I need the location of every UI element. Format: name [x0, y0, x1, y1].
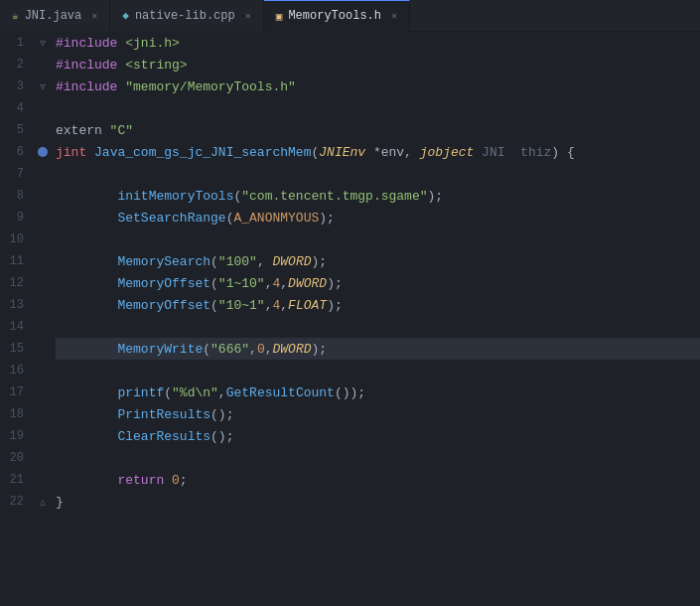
line-indicator-6: [34, 147, 52, 157]
line-row-6: 6: [0, 141, 52, 163]
line-indicator-1: ▽: [34, 38, 52, 49]
line-row-19: 19: [0, 425, 52, 447]
tab-memory-tools[interactable]: ▣ MemoryTools.h ✕: [264, 0, 410, 32]
tab-bar: ☕ JNI.java ✕ ◆ native-lib.cpp ✕ ▣ Memory…: [0, 0, 700, 32]
code-line-22: }: [56, 491, 700, 513]
line-row-18: 18: [0, 403, 52, 425]
tab-close-jni[interactable]: ✕: [91, 10, 97, 22]
line-row-14: 14: [0, 316, 52, 338]
editor-area: 1 ▽ 2 3 ▽: [0, 32, 700, 606]
line-row-10: 10: [0, 228, 52, 250]
fold-icon-1: ▽: [40, 38, 45, 49]
line-num-21: 21: [0, 473, 34, 487]
line-row-7: 7: [0, 163, 52, 185]
kw-include-1: #include: [56, 36, 117, 51]
tab-icon-jni: ☕: [12, 9, 19, 22]
tab-label-memory: MemoryTools.h: [288, 9, 381, 23]
code-line-17: printf ( "%d\n" , GetResultCount ());: [56, 381, 700, 403]
line-num-3: 3: [0, 79, 34, 93]
editor-wrapper: 1 ▽ 2 3 ▽: [0, 32, 700, 606]
fold-icon-3: ▽: [40, 81, 45, 92]
line-indicator-3: ▽: [34, 81, 52, 92]
code-line-14: [56, 316, 700, 338]
code-line-7: [56, 163, 700, 185]
line-num-14: 14: [0, 320, 34, 334]
code-line-10: [56, 228, 700, 250]
tab-native-lib[interactable]: ◆ native-lib.cpp ✕: [110, 0, 263, 32]
line-indicator-22: △: [34, 497, 52, 508]
line-num-4: 4: [0, 101, 34, 115]
line-num-10: 10: [0, 232, 34, 246]
line-row-21: 21: [0, 469, 52, 491]
line-num-8: 8: [0, 189, 34, 203]
line-num-18: 18: [0, 407, 34, 421]
kw-include-2: #include: [56, 58, 117, 73]
gutter: 1 ▽ 2 3 ▽: [0, 32, 52, 606]
line-num-17: 17: [0, 385, 34, 399]
line-row-8: 8: [0, 185, 52, 207]
tab-label-native: native-lib.cpp: [135, 9, 235, 23]
breakpoint-icon-6[interactable]: [38, 147, 48, 157]
line-row-11: 11: [0, 250, 52, 272]
line-num-15: 15: [0, 342, 34, 356]
line-num-20: 20: [0, 451, 34, 465]
code-line-19: ClearResults ();: [56, 425, 700, 447]
code-line-6: jint Java_com_gs_jc_JNI_searchMem ( JNIE…: [56, 141, 700, 163]
line-row-1: 1 ▽: [0, 32, 52, 54]
code-content[interactable]: #include <jni.h> #include <string> #incl…: [52, 32, 700, 606]
line-num-11: 11: [0, 254, 34, 268]
code-line-4: [56, 97, 700, 119]
line-row-12: 12: [0, 272, 52, 294]
line-row-5: 5: [0, 119, 52, 141]
tab-label-jni: JNI.java: [25, 9, 82, 23]
line-row-22: 22 △: [0, 491, 52, 513]
line-row-2: 2: [0, 54, 52, 76]
line-num-2: 2: [0, 58, 34, 72]
line-num-22: 22: [0, 495, 34, 509]
code-line-20: [56, 447, 700, 469]
code-lines: #include <jni.h> #include <string> #incl…: [56, 32, 700, 513]
line-num-6: 6: [0, 145, 34, 159]
line-num-13: 13: [0, 298, 34, 312]
line-row-16: 16: [0, 360, 52, 381]
tab-close-memory[interactable]: ✕: [391, 10, 397, 22]
tab-close-native[interactable]: ✕: [245, 10, 251, 22]
line-row-13: 13: [0, 294, 52, 316]
code-line-9: SetSearchRange ( A_ANONMYOUS );: [56, 207, 700, 228]
line-num-16: 16: [0, 364, 34, 378]
fold-close-icon-22: △: [40, 497, 45, 508]
code-line-1: #include <jni.h>: [56, 32, 700, 54]
code-line-15: MemoryWrite ( "666" , 0 , DWORD );: [56, 338, 700, 360]
tab-jni-java[interactable]: ☕ JNI.java ✕: [0, 0, 110, 32]
line-row-4: 4: [0, 97, 52, 119]
line-row-9: 9: [0, 207, 52, 228]
line-row-20: 20: [0, 447, 52, 469]
code-line-11: MemorySearch ( "100" , DWORD );: [56, 250, 700, 272]
line-num-9: 9: [0, 211, 34, 225]
line-num-19: 19: [0, 429, 34, 443]
line-numbers: 1 ▽ 2 3 ▽: [0, 32, 52, 513]
line-row-17: 17: [0, 381, 52, 403]
code-line-16: [56, 360, 700, 381]
tab-icon-native: ◆: [122, 9, 129, 22]
line-row-3: 3 ▽: [0, 76, 52, 97]
code-line-2: #include <string>: [56, 54, 700, 76]
code-line-12: MemoryOffset ( "1~10" , 4 , DWORD );: [56, 272, 700, 294]
line-num-1: 1: [0, 36, 34, 50]
kw-include-3: #include: [56, 79, 117, 94]
line-num-12: 12: [0, 276, 34, 290]
code-line-13: MemoryOffset ( "10~1" , 4 , FLOAT );: [56, 294, 700, 316]
line-num-5: 5: [0, 123, 34, 137]
line-row-15: 15: [0, 338, 52, 360]
line-num-7: 7: [0, 167, 34, 181]
code-line-5: extern "C": [56, 119, 700, 141]
code-line-3: #include "memory/MemoryTools.h": [56, 76, 700, 97]
code-line-8: initMemoryTools ( "com.tencent.tmgp.sgam…: [56, 185, 700, 207]
code-line-21: return 0 ;: [56, 469, 700, 491]
code-line-18: PrintResults ();: [56, 403, 700, 425]
tab-icon-memory: ▣: [276, 10, 283, 23]
